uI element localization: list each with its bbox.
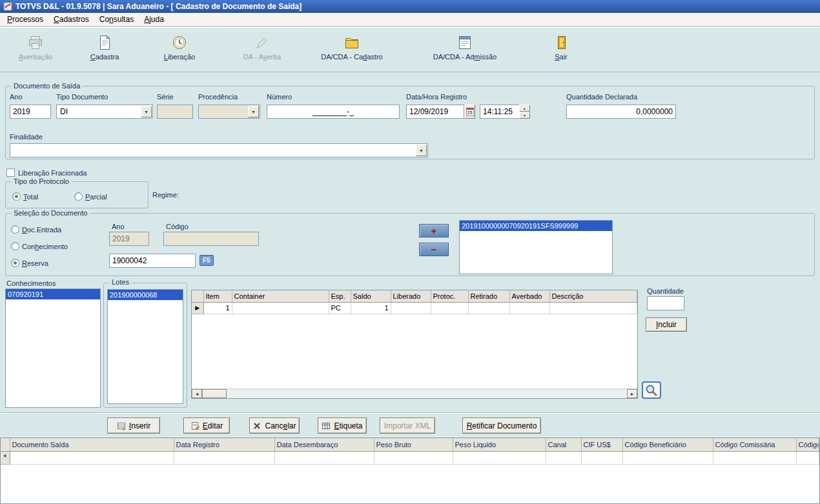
cell-container[interactable] bbox=[232, 302, 329, 314]
bottom-grid-cell[interactable] bbox=[174, 451, 274, 464]
data-registro-field[interactable] bbox=[406, 105, 464, 119]
chevron-down-icon[interactable]: ▼ bbox=[416, 145, 427, 156]
bottom-grid-cell[interactable] bbox=[581, 451, 622, 464]
bottom-grid-cell[interactable] bbox=[713, 451, 796, 464]
remove-document-button[interactable]: − bbox=[419, 243, 449, 256]
reserva-field[interactable] bbox=[109, 254, 196, 268]
scrollbar-track[interactable] bbox=[227, 389, 627, 398]
bottom-grid-cell[interactable] bbox=[796, 451, 819, 464]
group-title: Documento de Saída bbox=[11, 82, 83, 90]
toolbar-button-da-averba: DA - Averba bbox=[227, 32, 298, 69]
list-item[interactable]: 201900000068 bbox=[108, 290, 183, 300]
quantidade-declarada-label: Quantidade Declarada bbox=[566, 93, 637, 101]
quantidade-declarada-field[interactable] bbox=[566, 105, 676, 119]
menu-consultas[interactable]: Consultas bbox=[94, 14, 139, 25]
bottom-grid-cell[interactable] bbox=[10, 451, 174, 464]
toolbar-button-dacda-cadastro[interactable]: DA/CDA - Cadastro bbox=[316, 32, 387, 69]
spinner-up-icon[interactable]: ▲ bbox=[519, 105, 530, 112]
liberacao-fracionada-checkbox[interactable] bbox=[6, 168, 15, 177]
quantidade-field[interactable] bbox=[647, 296, 684, 310]
toolbar-button-label: DA/CDA - Cadastro bbox=[321, 53, 382, 61]
cell-esp[interactable]: PC bbox=[329, 302, 351, 314]
col-item: Item bbox=[203, 290, 232, 302]
menu-processos[interactable]: Processos bbox=[2, 14, 48, 25]
bottom-grid-cell[interactable] bbox=[453, 451, 546, 464]
add-document-button[interactable]: + bbox=[419, 224, 449, 237]
app-window: TOTVS D&L - 01.9.5078 | Sara Aduaneiro -… bbox=[0, 0, 820, 504]
calendar-icon: 15 bbox=[466, 108, 474, 116]
retificar-documento-button[interactable]: Retificar Documento bbox=[462, 418, 541, 434]
radio-doc-entrada-label: Doc.Entrada bbox=[22, 226, 61, 234]
tipo-protocolo-group: Tipo do Protocolo Total Parcial bbox=[5, 181, 149, 208]
radio-reserva[interactable] bbox=[11, 259, 19, 267]
numero-field[interactable] bbox=[267, 105, 400, 119]
col-liberado: Liberado bbox=[391, 290, 431, 302]
procedencia-label: Procedência bbox=[198, 93, 238, 101]
cell-saldo[interactable]: 1 bbox=[351, 302, 391, 314]
list-item[interactable]: 070920191 bbox=[6, 289, 100, 299]
toolbar-button-cadastra[interactable]: Cadastra bbox=[69, 32, 140, 69]
time-spinner: ▲ ▼ bbox=[519, 105, 530, 119]
bottom-grid-cell[interactable] bbox=[274, 451, 374, 464]
scrollbar-thumb[interactable] bbox=[202, 389, 227, 398]
importar-xml-button-label: Importar XML bbox=[384, 421, 431, 430]
numero-label: Número bbox=[267, 93, 292, 101]
pen-icon bbox=[254, 32, 271, 51]
toolbar-button-sair[interactable]: Sair bbox=[526, 32, 597, 69]
new-row-indicator: * bbox=[1, 451, 10, 464]
search-button[interactable] bbox=[642, 381, 661, 399]
incluir-button-label: Incluir bbox=[656, 320, 677, 329]
cancelar-button[interactable]: Cancelar bbox=[249, 418, 300, 434]
toolbar-button-label: Cadastra bbox=[90, 53, 119, 61]
radio-doc-entrada[interactable] bbox=[11, 225, 19, 234]
radio-conhecimento[interactable] bbox=[11, 242, 19, 250]
cell-averbado[interactable] bbox=[509, 302, 549, 314]
col-codigo-beneficiario: Código Beneficiário bbox=[622, 438, 713, 451]
itens-grid-header: Item Container Esp. Saldo Liberado Proto… bbox=[192, 290, 637, 302]
group-title: Lotes bbox=[109, 278, 132, 287]
scroll-right-icon[interactable]: ► bbox=[627, 389, 637, 398]
inserir-button[interactable]: Inserir bbox=[107, 418, 160, 434]
window-title: TOTVS D&L - 01.9.5078 | Sara Aduaneiro -… bbox=[15, 2, 302, 11]
indicator-header-cell bbox=[1, 438, 10, 451]
spinner-down-icon[interactable]: ▼ bbox=[519, 112, 530, 119]
f5-button[interactable]: F5 bbox=[200, 255, 214, 266]
data-hora-registro-label: Data/Hora Registro bbox=[406, 93, 467, 101]
serie-field bbox=[157, 105, 193, 119]
menu-cadastros[interactable]: Cadastros bbox=[48, 14, 94, 25]
finalidade-combo[interactable]: ▼ bbox=[10, 143, 428, 157]
toolbar-button-dacda-admissao[interactable]: DA/CDA - Admissão bbox=[429, 32, 500, 69]
form-icon bbox=[456, 32, 473, 51]
bottom-grid-cell[interactable] bbox=[622, 451, 713, 464]
combo-value: DI bbox=[60, 107, 68, 116]
magnifier-icon bbox=[644, 383, 659, 398]
radio-conhecimento-label: Conhecimento bbox=[22, 243, 68, 250]
ano-field[interactable] bbox=[10, 105, 51, 119]
bottom-grid-cell[interactable] bbox=[374, 451, 453, 464]
editar-button[interactable]: Editar bbox=[183, 418, 230, 434]
radio-total[interactable] bbox=[12, 192, 21, 201]
scroll-left-icon[interactable]: ◄ bbox=[192, 389, 202, 398]
chevron-down-icon[interactable]: ▼ bbox=[141, 106, 152, 117]
radio-parcial[interactable] bbox=[74, 192, 83, 201]
cell-liberado[interactable] bbox=[391, 302, 431, 314]
bottom-grid-cell[interactable] bbox=[546, 451, 581, 464]
tipo-documento-combo[interactable]: DI ▼ bbox=[56, 105, 153, 119]
ano-label: Ano bbox=[10, 93, 23, 101]
cell-protoc[interactable] bbox=[431, 302, 468, 314]
toolbar-button-liberacao[interactable]: Liberação bbox=[144, 32, 215, 69]
etiqueta-button-label: Etiqueta bbox=[334, 421, 362, 430]
cell-retirado[interactable] bbox=[468, 302, 509, 314]
list-item[interactable]: 20191000000070920191SFS999999 bbox=[460, 221, 612, 231]
cell-item[interactable]: 1 bbox=[203, 302, 232, 314]
toolbar-button-label: Sair bbox=[555, 53, 568, 61]
col-canal: Canal bbox=[546, 438, 581, 451]
etiqueta-button[interactable]: Etiqueta bbox=[318, 418, 367, 434]
lotes-group: Lotes 201900000068 bbox=[103, 283, 187, 408]
insert-icon bbox=[117, 421, 126, 430]
menu-ajuda[interactable]: Ajuda bbox=[139, 14, 169, 25]
calendar-button[interactable]: 15 bbox=[464, 105, 475, 119]
regime-label: Regime: bbox=[152, 191, 179, 199]
cell-descricao[interactable] bbox=[549, 302, 637, 314]
incluir-button[interactable]: Incluir bbox=[646, 318, 687, 332]
